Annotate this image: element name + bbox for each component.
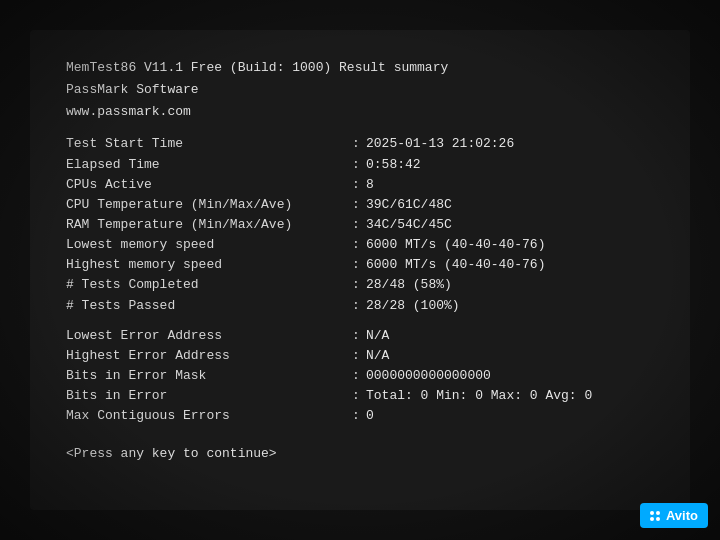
- avito-label: Avito: [666, 508, 698, 523]
- row-label: Highest Error Address: [66, 346, 346, 366]
- row-colon: :: [346, 215, 366, 235]
- table-row: # Tests Completed : 28/48 (58%): [66, 275, 654, 295]
- row-label: # Tests Completed: [66, 275, 346, 295]
- row-label: Lowest Error Address: [66, 326, 346, 346]
- screen: MemTest86 V11.1 Free (Build: 1000) Resul…: [0, 0, 720, 540]
- row-label: Lowest memory speed: [66, 235, 346, 255]
- row-colon: :: [346, 386, 366, 406]
- row-value: 0: [366, 406, 374, 426]
- table-row: Bits in Error : Total: 0 Min: 0 Max: 0 A…: [66, 386, 654, 406]
- row-value: Total: 0 Min: 0 Max: 0 Avg: 0: [366, 386, 592, 406]
- table-row: Highest memory speed : 6000 MT/s (40-40-…: [66, 255, 654, 275]
- row-value: N/A: [366, 326, 389, 346]
- row-colon: :: [346, 296, 366, 316]
- press-key-prompt: <Press any key to continue>: [66, 444, 654, 464]
- table-row: Elapsed Time : 0:58:42: [66, 155, 654, 175]
- table-row: Test Start Time : 2025-01-13 21:02:26: [66, 134, 654, 154]
- row-value: 8: [366, 175, 374, 195]
- row-label: Elapsed Time: [66, 155, 346, 175]
- row-value: 0000000000000000: [366, 366, 491, 386]
- row-colon: :: [346, 255, 366, 275]
- row-label: Bits in Error: [66, 386, 346, 406]
- table-row: CPU Temperature (Min/Max/Ave) : 39C/61C/…: [66, 195, 654, 215]
- row-label: Test Start Time: [66, 134, 346, 154]
- row-colon: :: [346, 155, 366, 175]
- row-colon: :: [346, 195, 366, 215]
- row-label: # Tests Passed: [66, 296, 346, 316]
- row-label: Bits in Error Mask: [66, 366, 346, 386]
- title-line: MemTest86 V11.1 Free (Build: 1000) Resul…: [66, 58, 654, 78]
- company-line: PassMark Software: [66, 80, 654, 100]
- website-text: www.passmark.com: [66, 104, 191, 119]
- press-key-text: <Press any key to continue>: [66, 446, 277, 461]
- row-value: 28/48 (58%): [366, 275, 452, 295]
- table-row: Max Contiguous Errors : 0: [66, 406, 654, 426]
- row-colon: :: [346, 326, 366, 346]
- row-value: 39C/61C/48C: [366, 195, 452, 215]
- website-line: www.passmark.com: [66, 102, 654, 122]
- row-colon: :: [346, 406, 366, 426]
- row-label: Highest memory speed: [66, 255, 346, 275]
- avito-watermark: Avito: [640, 503, 708, 528]
- row-colon: :: [346, 366, 366, 386]
- row-label: CPUs Active: [66, 175, 346, 195]
- table-row: RAM Temperature (Min/Max/Ave) : 34C/54C/…: [66, 215, 654, 235]
- row-colon: :: [346, 134, 366, 154]
- table-row: Lowest memory speed : 6000 MT/s (40-40-4…: [66, 235, 654, 255]
- table-row: Bits in Error Mask : 0000000000000000: [66, 366, 654, 386]
- row-label: CPU Temperature (Min/Max/Ave): [66, 195, 346, 215]
- row-label: RAM Temperature (Min/Max/Ave): [66, 215, 346, 235]
- table-row: CPUs Active : 8: [66, 175, 654, 195]
- row-colon: :: [346, 275, 366, 295]
- row-value: 0:58:42: [366, 155, 421, 175]
- row-value: 2025-01-13 21:02:26: [366, 134, 514, 154]
- row-value: 34C/54C/45C: [366, 215, 452, 235]
- table-row: Highest Error Address : N/A: [66, 346, 654, 366]
- row-value: N/A: [366, 346, 389, 366]
- row-colon: :: [346, 175, 366, 195]
- avito-dots-icon: [650, 511, 660, 521]
- row-colon: :: [346, 346, 366, 366]
- row-value: 6000 MT/s (40-40-40-76): [366, 235, 545, 255]
- title-text: MemTest86 V11.1 Free (Build: 1000) Resul…: [66, 60, 448, 75]
- terminal-window: MemTest86 V11.1 Free (Build: 1000) Resul…: [30, 30, 690, 510]
- row-label: Max Contiguous Errors: [66, 406, 346, 426]
- row-value: 28/28 (100%): [366, 296, 460, 316]
- table-row: Lowest Error Address : N/A: [66, 326, 654, 346]
- row-value: 6000 MT/s (40-40-40-76): [366, 255, 545, 275]
- row-colon: :: [346, 235, 366, 255]
- table-row: # Tests Passed : 28/28 (100%): [66, 296, 654, 316]
- company-text: PassMark Software: [66, 82, 199, 97]
